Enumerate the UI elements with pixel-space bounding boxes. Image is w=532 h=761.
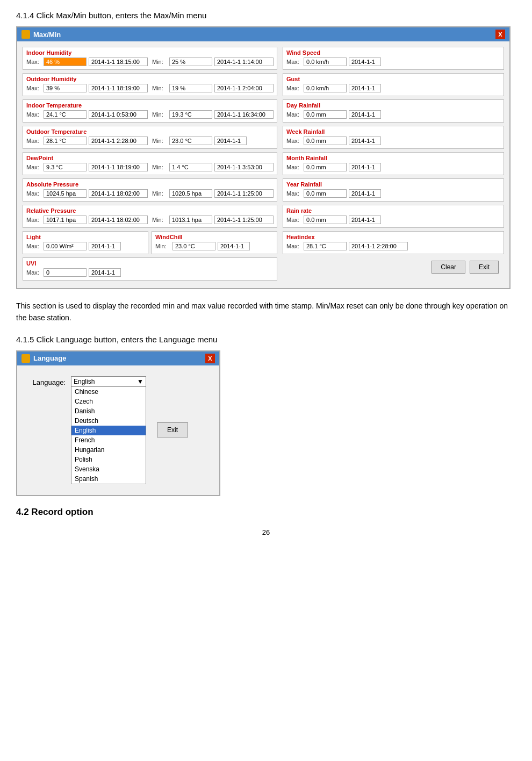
lang-option-polish[interactable]: Polish <box>71 455 146 464</box>
max-label: Max: <box>286 164 301 170</box>
page-number: 26 <box>16 528 516 536</box>
language-titlebar: Language X <box>17 351 219 365</box>
heatindex-max-time: 2014-1-1 2:28:00 <box>349 242 408 250</box>
lang-option-french[interactable]: French <box>71 435 146 445</box>
month-rainfall-max-value: 0.0 mm <box>304 163 347 171</box>
outdoor-humidity-min-value: 19 % <box>169 84 212 92</box>
indoor-humidity-max-time: 2014-1-1 18:15:00 <box>89 58 148 66</box>
lang-option-svenska[interactable]: Svenska <box>71 464 146 474</box>
language-select-top[interactable]: English ▼ <box>71 376 146 387</box>
indoor-temp-section: Indoor Temperature Max: 24.1 °C 2014-1-1… <box>23 99 277 123</box>
max-label: Max: <box>286 243 301 249</box>
gust-label: Gust <box>286 76 500 82</box>
indoor-temp-max-value: 24.1 °C <box>44 110 87 119</box>
max-label: Max: <box>286 111 301 118</box>
outdoor-humidity-max-value: 39 % <box>44 84 87 92</box>
language-title-group: Language <box>21 354 66 363</box>
lang-option-hungarian[interactable]: Hungarian <box>71 445 146 455</box>
windchill-section: WindChill Min: 23.0 °C 2014-1-1 <box>152 231 277 254</box>
abs-pressure-max-value: 1024.5 hpa <box>44 189 87 198</box>
dewpoint-section: DewPoint Max: 9.3 °C 2014-1-1 18:19:00 M… <box>23 152 277 175</box>
rel-pressure-min-time: 2014-1-1 1:25:00 <box>214 216 274 224</box>
dewpoint-min-time: 2014-1-1 3:53:00 <box>214 163 274 171</box>
month-rainfall-max-row: Max: 0.0 mm 2014-1-1 <box>286 163 500 171</box>
wind-speed-max-time: 2014-1-1 <box>349 58 381 66</box>
indoor-humidity-label: Indoor Humidity <box>26 49 274 56</box>
dewpoint-max-row: Max: 9.3 °C 2014-1-1 18:19:00 Min: 1.4 °… <box>26 163 274 171</box>
rel-pressure-min-value: 1013.1 hpa <box>169 216 212 224</box>
lang-option-chinese[interactable]: Chinese <box>71 387 146 397</box>
max-label: Max: <box>286 217 301 223</box>
month-rainfall-section: Month Rainfall Max: 0.0 mm 2014-1-1 <box>283 152 504 175</box>
language-body: Language: English ▼ Chinese Czech Danish… <box>17 365 219 495</box>
max-label: Max: <box>26 243 41 249</box>
outdoor-temp-section: Outdoor Temperature Max: 28.1 °C 2014-1-… <box>23 126 277 149</box>
indoor-temp-max-time: 2014-1-1 0:53:00 <box>89 110 148 119</box>
maxmin-close-button[interactable]: X <box>495 30 505 39</box>
indoor-temp-min-value: 19.3 °C <box>169 110 212 119</box>
min-label: Min: <box>152 59 167 65</box>
heading2: 4.1.5 Click Language button, enters the … <box>16 335 516 344</box>
light-section: Light Max: 0.00 W/m² 2014-1-1 <box>23 231 148 254</box>
gust-max-row: Max: 0.0 km/h 2014-1-1 <box>286 84 500 92</box>
lang-option-danish[interactable]: Danish <box>71 406 146 416</box>
dewpoint-label: DewPoint <box>26 155 274 161</box>
outdoor-temp-min-value: 23.0 °C <box>169 137 212 145</box>
uvi-label: UVI <box>26 260 274 267</box>
outdoor-humidity-min-time: 2014-1-1 2:04:00 <box>214 84 274 92</box>
max-label: Max: <box>26 138 41 144</box>
language-select-area: English ▼ Chinese Czech Danish Deutsch E… <box>71 376 146 484</box>
language-row: Language: English ▼ Chinese Czech Danish… <box>28 376 209 484</box>
max-label: Max: <box>26 190 41 197</box>
rel-pressure-max-value: 1017.1 hpa <box>44 216 87 224</box>
rain-rate-label: Rain rate <box>286 207 500 214</box>
clear-button[interactable]: Clear <box>432 261 465 274</box>
year-rainfall-max-row: Max: 0.0 mm 2014-1-1 <box>286 189 500 198</box>
year-rainfall-label: Year Rainfall <box>286 181 500 188</box>
gust-max-value: 0.0 km/h <box>304 84 347 92</box>
heatindex-label: Heatindex <box>286 234 500 240</box>
lang-option-deutsch[interactable]: Deutsch <box>71 416 146 426</box>
indoor-humidity-max-row: Max: 46 % 2014-1-1 18:15:00 Min: 25 % 20… <box>26 58 274 66</box>
min-label: Min: <box>152 111 167 118</box>
heading1: 4.1.4 Click Max/Min button, enters the M… <box>16 11 516 20</box>
language-exit-button[interactable]: Exit <box>157 422 188 437</box>
max-label: Max: <box>286 59 301 65</box>
light-windchill-group: Light Max: 0.00 W/m² 2014-1-1 WindChill … <box>23 231 277 256</box>
dropdown-arrow-icon: ▼ <box>137 378 143 385</box>
dewpoint-max-value: 9.3 °C <box>44 163 87 171</box>
rel-pressure-max-row: Max: 1017.1 hpa 2014-1-1 18:02:00 Min: 1… <box>26 216 274 224</box>
week-rainfall-section: Week Rainfall Max: 0.0 mm 2014-1-1 <box>283 126 504 149</box>
week-rainfall-max-time: 2014-1-1 <box>349 137 381 145</box>
lang-option-spanish[interactable]: Spanish <box>71 474 146 484</box>
maxmin-body: Indoor Humidity Max: 46 % 2014-1-1 18:15… <box>17 41 509 288</box>
lang-option-czech[interactable]: Czech <box>71 397 146 406</box>
wind-speed-max-row: Max: 0.0 km/h 2014-1-1 <box>286 58 500 66</box>
maxmin-dialog: Max/Min X Indoor Humidity Max: 46 % 2014… <box>16 26 511 289</box>
maxmin-title-group: Max/Min <box>21 30 61 39</box>
language-close-button[interactable]: X <box>205 354 215 363</box>
indoor-temp-label: Indoor Temperature <box>26 102 274 109</box>
outdoor-temp-min-time: 2014-1-1 <box>214 137 247 145</box>
max-label: Max: <box>26 85 41 91</box>
exit-button[interactable]: Exit <box>470 261 499 274</box>
max-label: Max: <box>26 269 41 276</box>
language-title: Language <box>33 354 66 362</box>
day-rainfall-max-row: Max: 0.0 mm 2014-1-1 <box>286 110 500 119</box>
dewpoint-min-value: 1.4 °C <box>169 163 212 171</box>
language-dropdown: Chinese Czech Danish Deutsch English Fre… <box>71 387 146 484</box>
rel-pressure-section: Relative Pressure Max: 1017.1 hpa 2014-1… <box>23 205 277 228</box>
year-rainfall-section: Year Rainfall Max: 0.0 mm 2014-1-1 <box>283 178 504 202</box>
indoor-humidity-section: Indoor Humidity Max: 46 % 2014-1-1 18:15… <box>23 47 277 70</box>
indoor-humidity-min-value: 25 % <box>169 58 212 66</box>
maxmin-footer: Clear Exit <box>283 257 504 277</box>
min-label: Min: <box>152 217 167 223</box>
lang-option-english[interactable]: English <box>71 426 146 435</box>
abs-pressure-max-time: 2014-1-1 18:02:00 <box>89 189 148 198</box>
rel-pressure-label: Relative Pressure <box>26 207 274 214</box>
windchill-min-row: Min: 23.0 °C 2014-1-1 <box>155 242 274 250</box>
windchill-label: WindChill <box>155 234 274 240</box>
maxmin-right-col: Wind Speed Max: 0.0 km/h 2014-1-1 Gust M… <box>283 47 504 283</box>
wind-speed-max-value: 0.0 km/h <box>304 58 347 66</box>
month-rainfall-max-time: 2014-1-1 <box>349 163 381 171</box>
